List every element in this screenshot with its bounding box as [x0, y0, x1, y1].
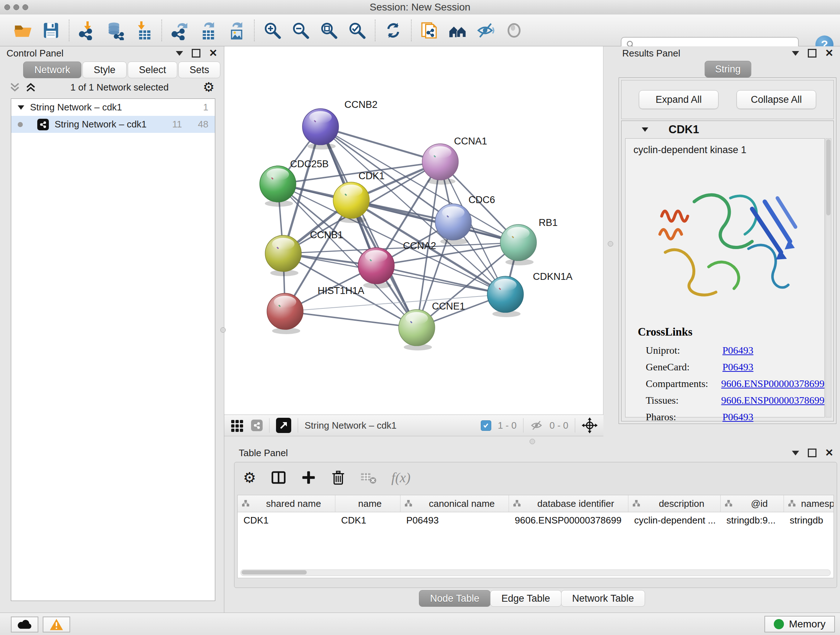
share-icon [253, 422, 261, 429]
add-column-icon[interactable] [301, 470, 316, 485]
tab-network[interactable]: Network [23, 62, 81, 78]
node-RB1[interactable]: RB1 [500, 217, 558, 265]
open-session-button[interactable] [13, 21, 33, 40]
node-CCNE1[interactable]: CCNE1 [399, 301, 465, 350]
edge[interactable] [351, 200, 518, 242]
export-image-button[interactable] [226, 21, 246, 40]
node-CCNB2[interactable]: CCNB2 [302, 99, 378, 149]
table-panel-close-icon[interactable]: ✕ [825, 448, 834, 458]
table-cell[interactable]: P06493 [401, 512, 509, 528]
control-panel-float-icon[interactable] [192, 49, 201, 57]
crosslink-value[interactable]: P06493 [722, 345, 753, 356]
tab-style[interactable]: Style [82, 62, 126, 78]
results-scrollbar[interactable] [826, 138, 831, 417]
import-database-button[interactable] [106, 21, 125, 40]
table-cell[interactable]: cyclin-dependent ... [628, 512, 721, 528]
memory-button[interactable]: Memory [764, 616, 835, 632]
table-horizontal-scrollbar[interactable] [240, 570, 831, 576]
birdseye-view-toggle[interactable] [276, 418, 291, 433]
column-header-canonical-name[interactable]: canonical name [401, 495, 509, 512]
results-panel-float-icon[interactable] [808, 49, 816, 57]
edge[interactable] [321, 127, 440, 162]
node-CDC25B[interactable]: CDC25B [260, 158, 329, 207]
show-columns-icon[interactable] [271, 470, 286, 486]
network-canvas-svg[interactable]: CCNB2CCNA1CDC25BCDK1CDC6RB1CCNB1CCNA2CDK… [224, 46, 603, 415]
hide-panel-button[interactable] [476, 21, 496, 40]
column-header-description[interactable]: description [628, 495, 721, 512]
grid-view-icon[interactable] [230, 418, 245, 432]
selected-indicator-checkbox[interactable] [481, 420, 491, 431]
zoom-selected-button[interactable] [347, 21, 367, 40]
cloud-status-button[interactable] [11, 616, 38, 632]
column-header-shared-name[interactable]: shared name [238, 495, 335, 512]
right-splitter-handle[interactable] [608, 241, 613, 247]
zoom-fit-button[interactable] [319, 21, 339, 40]
table-cell[interactable]: CDK1 [238, 512, 335, 528]
save-session-button[interactable] [41, 21, 61, 40]
collapse-all-button[interactable]: Collapse All [737, 90, 816, 109]
fit-selected-crosshair-icon[interactable] [582, 417, 598, 433]
results-panel-menu-icon[interactable] [792, 51, 799, 56]
left-splitter-handle[interactable] [220, 327, 226, 333]
crosslink-value[interactable]: P06493 [722, 411, 753, 423]
network-row[interactable]: String Network – cdk1 11 48 [11, 116, 215, 133]
network-options-gear-icon[interactable]: ⚙ [203, 81, 215, 94]
table-cell[interactable]: stringdb [784, 512, 834, 528]
string-document-button[interactable] [420, 21, 439, 40]
zoom-selected-icon [347, 21, 367, 40]
network-edges[interactable] [278, 127, 518, 328]
node-HIST1H1A[interactable]: HIST1H1A [267, 285, 364, 334]
control-panel-close-icon[interactable]: ✕ [209, 48, 218, 58]
table-panel-float-icon[interactable] [808, 448, 816, 457]
export-table-button[interactable] [198, 21, 218, 40]
delete-column-icon[interactable] [331, 470, 346, 486]
column-header-@id[interactable]: @id [721, 495, 784, 512]
tab-sets[interactable]: Sets [178, 62, 220, 78]
network-collection-row[interactable]: String Network – cdk1 1 [11, 99, 215, 116]
table-cell[interactable]: stringdb:9... [721, 512, 784, 528]
crosslink-value[interactable]: 9606.ENSP00000378699 [722, 394, 824, 406]
bottom-splitter-handle[interactable] [530, 439, 535, 444]
tab-network-table[interactable]: Network Table [561, 590, 645, 607]
table-options-gear-icon[interactable]: ⚙ [243, 470, 256, 485]
network-canvas[interactable]: CCNB2CCNA1CDC25BCDK1CDC6RB1CCNB1CCNA2CDK… [224, 46, 603, 415]
control-panel-menu-icon[interactable] [176, 51, 183, 56]
tab-string[interactable]: String [705, 61, 752, 78]
column-header-namespace[interactable]: namespace [784, 495, 834, 512]
show-panel-button[interactable] [504, 21, 524, 40]
zoom-in-button[interactable] [263, 21, 282, 40]
network-type-badge[interactable] [251, 420, 263, 431]
tab-select[interactable]: Select [128, 62, 177, 78]
import-network-button[interactable] [77, 21, 97, 40]
gene-collapse-icon[interactable] [642, 127, 648, 132]
node-CDKN1A[interactable]: CDKN1A [487, 271, 573, 317]
expand-all-button[interactable]: Expand All [639, 90, 718, 109]
column-header-name[interactable]: name [335, 495, 401, 512]
crosslink-value[interactable]: 9606.ENSP00000378699 [722, 378, 824, 390]
table-cell[interactable]: 9606.ENSP00000378699 [509, 512, 628, 528]
results-panel-close-icon[interactable]: ✕ [825, 48, 834, 58]
warning-status-button[interactable] [43, 616, 70, 632]
tab-node-table[interactable]: Node Table [419, 590, 491, 607]
home-networks-button[interactable] [448, 21, 467, 40]
node-CDC6[interactable]: CDC6 [435, 195, 495, 245]
function-builder-button[interactable]: f(x) [392, 470, 411, 486]
control-panel-title: Control Panel [6, 48, 64, 59]
table-row[interactable]: CDK1CDK1P064939606.ENSP00000378699cyclin… [238, 512, 834, 528]
edge[interactable] [285, 295, 505, 311]
collection-expand-icon[interactable] [18, 105, 24, 110]
zoom-out-button[interactable] [291, 21, 310, 40]
export-network-button[interactable] [170, 21, 189, 40]
table-panel-menu-icon[interactable] [792, 451, 799, 455]
crosslink-value[interactable]: P06493 [722, 361, 753, 373]
collapse-all-icon[interactable] [9, 82, 20, 92]
tab-edge-table[interactable]: Edge Table [490, 590, 561, 607]
table-cell[interactable]: CDK1 [335, 512, 401, 528]
edge[interactable] [285, 311, 417, 328]
import-table-button[interactable] [134, 21, 153, 40]
refresh-button[interactable] [384, 21, 403, 40]
scrollbar-thumb[interactable] [242, 570, 307, 575]
column-header-database-identifier[interactable]: database identifier [509, 495, 628, 512]
expand-all-icon[interactable] [25, 82, 36, 92]
gene-section-header[interactable]: CDK1 [622, 121, 834, 138]
